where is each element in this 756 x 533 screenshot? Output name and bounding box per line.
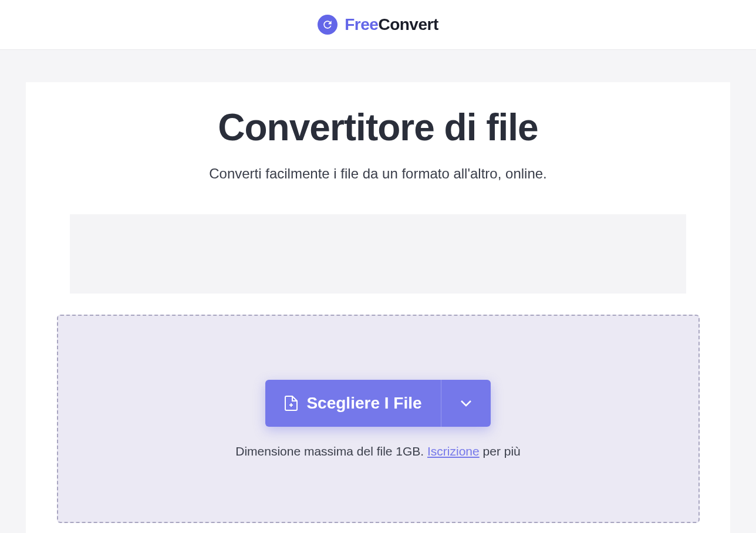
- choose-files-label: Scegliere I File: [306, 394, 421, 413]
- refresh-icon: [318, 15, 338, 35]
- logo[interactable]: FreeConvert: [318, 15, 438, 35]
- dropdown-button[interactable]: [441, 380, 491, 427]
- main-container: Convertitore di file Converti facilmente…: [0, 50, 756, 533]
- file-plus-icon: [284, 395, 298, 411]
- page-title: Convertitore di file: [218, 106, 538, 149]
- file-size-info: Dimensione massima del file 1GB. Iscrizi…: [235, 444, 521, 458]
- content-card: Convertitore di file Converti facilmente…: [26, 82, 730, 533]
- logo-text: FreeConvert: [345, 15, 438, 34]
- choose-files-button[interactable]: Scegliere I File: [265, 380, 440, 427]
- button-group: Scegliere I File: [265, 380, 490, 427]
- ad-placeholder: [70, 214, 686, 294]
- signup-link[interactable]: Iscrizione: [427, 444, 480, 458]
- page-subtitle: Converti facilmente i file da un formato…: [209, 166, 547, 182]
- header-bar: FreeConvert: [0, 0, 756, 50]
- drop-zone[interactable]: Scegliere I File Dimensione massima del …: [57, 315, 700, 523]
- chevron-down-icon: [460, 400, 472, 407]
